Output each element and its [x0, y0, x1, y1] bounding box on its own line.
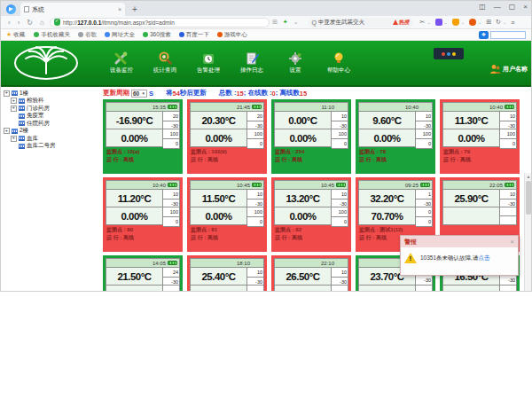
window-controls: [479, 3, 528, 11]
hum-min-limit: 0: [332, 138, 348, 149]
back-button[interactable]: ‹: [8, 19, 11, 27]
maximize-button[interactable]: [509, 3, 516, 11]
nav-settings[interactable]: 设置: [278, 51, 313, 74]
tree-node-immunology[interactable]: 免疫室: [4, 113, 100, 121]
menu-icon[interactable]: ≡: [511, 20, 514, 26]
history-undo-icon[interactable]: ↻: [496, 19, 501, 26]
bookmark-item[interactable]: 手机收藏夹: [34, 31, 70, 39]
expand-icon[interactable]: [11, 98, 17, 104]
gamepad-icon: [217, 32, 223, 37]
tree-node-floor2[interactable]: 2楼: [4, 128, 100, 136]
nav-help-center[interactable]: 帮助中心: [321, 51, 356, 74]
quick-launch[interactable]: ❖: [479, 31, 526, 39]
monitor-card[interactable]: 10:40 9.60°C 10 -30 0.00% 100 0 监测点 : 78…: [356, 99, 435, 174]
mini-search-input[interactable]: [490, 31, 526, 39]
tree-node-outpatient-pharmacy[interactable]: 门诊药房: [4, 105, 100, 113]
nav-alarm-handling[interactable]: 告警处理: [191, 51, 226, 74]
bulb-icon: [331, 51, 347, 66]
browser-logo-icon[interactable]: [6, 4, 16, 14]
security-shield-icon[interactable]: [452, 19, 459, 26]
user-menu[interactable]: 用户名称: [489, 64, 528, 74]
bookmark-item[interactable]: 百度一下: [179, 31, 209, 39]
document-pencil-icon: [244, 51, 260, 66]
monitor-card[interactable]: 18:10 25.40°C 10 -30: [187, 255, 267, 292]
tree-node-blood-bank-2[interactable]: 血库二号房: [4, 143, 100, 151]
battery-icon: [168, 183, 177, 187]
doc-icon: [78, 32, 83, 37]
active-tab[interactable]: 系统 ×: [20, 3, 125, 16]
humidity-value: 0.00%: [106, 207, 163, 225]
bookmark-item[interactable]: 游戏中心: [217, 31, 247, 39]
tree-node-lab[interactable]: 检验科: [4, 98, 100, 106]
monitor-card[interactable]: 15:35 -16.90°C 20 -30 0.00% 100 0 监测点 : …: [103, 99, 183, 174]
tree-node-blood-bank[interactable]: 血库: [4, 135, 100, 143]
reader-icon[interactable]: ⊞: [272, 19, 278, 26]
expand-icon[interactable]: [11, 106, 17, 112]
status-widget[interactable]: [434, 48, 464, 59]
tree-node-floor1[interactable]: 1楼: [4, 90, 100, 98]
extension-icon[interactable]: [435, 19, 442, 26]
online-label: ; 在线数 :: [244, 89, 272, 98]
apps-grid-icon[interactable]: ⊞: [486, 19, 491, 26]
close-button[interactable]: [523, 3, 528, 11]
monitor-card[interactable]: 10:45 13.20°C 10 -30 0.00% 100 0 监测点 : 8…: [271, 177, 351, 252]
temperature-value: 25.90°C: [442, 189, 500, 207]
monitor-card[interactable]: 21:45 20.30°C 20 -30 0.00% 100 0 监测点 : 1…: [187, 99, 267, 174]
humidity-value: [442, 285, 500, 292]
page-scrollbar[interactable]: ▲ ▼: [524, 173, 531, 292]
speed-icon[interactable]: ✦: [283, 19, 288, 26]
monitor-card[interactable]: 11:10 0.00°C 10 -30 0.00% 100 0 监测点 : 25…: [271, 99, 351, 174]
forward-button[interactable]: ›: [18, 19, 20, 27]
card-point-label: 监测点 : 254: [275, 148, 348, 156]
bookmark-item[interactable]: 360搜索: [143, 31, 171, 39]
bookmark-item[interactable]: 网址大全: [105, 31, 135, 39]
battery-icon: [168, 105, 177, 109]
nav-operation-log[interactable]: 操作日志: [234, 51, 270, 74]
game-bear-icon[interactable]: [469, 19, 476, 26]
nav-device-monitor[interactable]: 设备监控: [104, 51, 139, 74]
url-input[interactable]: http://127.0.0.1/itmng/main.aspx?sid=adm…: [50, 18, 270, 27]
tree-node-inpatient-pharmacy[interactable]: 住院药房: [4, 120, 100, 128]
tab-close-icon[interactable]: ×: [118, 6, 121, 12]
mode-dropdown-icon[interactable]: ⌄: [293, 19, 299, 26]
screenshot-icon[interactable]: ✂: [420, 19, 426, 26]
bookmark-item[interactable]: 谷歌: [78, 31, 97, 39]
expand-icon[interactable]: [4, 128, 10, 134]
monitor-card[interactable]: 10:40 11.20°C 10 -30 0.00% 100 0 监测点 : 8…: [103, 177, 183, 252]
scroll-up-icon[interactable]: ▲: [525, 174, 532, 179]
battery-icon: [505, 105, 514, 109]
new-tab-button[interactable]: +: [132, 4, 137, 14]
star-icon: ★: [6, 31, 12, 38]
refresh-status-bar: 更新周期 60▼ S 将 54秒后更新 总数 : 15 ; 在线数 : 0 ; …: [103, 88, 531, 98]
humidity-value: [106, 285, 163, 292]
offline-count: 15: [300, 90, 307, 98]
monitor-card[interactable]: 10:45 11.50°C 10 -30 0.00% 100 0 监测点 : 8…: [187, 177, 267, 252]
folder-icon: [12, 129, 18, 134]
home-button[interactable]: ⌂: [40, 19, 44, 27]
scroll-thumb[interactable]: [526, 181, 531, 215]
minimize-button[interactable]: [494, 3, 501, 11]
temperature-value: 26.50°C: [274, 267, 332, 286]
card-footer: 监测点 : 254 运 行 : 离线: [274, 147, 348, 163]
hum-min-limit: 0: [500, 138, 517, 149]
company-logo-icon: [12, 44, 81, 82]
hum-max-limit: [500, 285, 517, 292]
search-input[interactable]: Q 中亚发生武装交火 热搜: [309, 18, 413, 27]
monitor-card[interactable]: 14:05 21.50°C 24 -30: [103, 255, 183, 292]
card-footer: 监测点 : 78 运 行 : 离线: [358, 147, 433, 163]
skin-button[interactable]: [479, 3, 486, 11]
cycle-select[interactable]: 60▼: [131, 90, 147, 98]
hum-min-limit: 0: [416, 216, 433, 227]
monitor-card[interactable]: 10:40 11.30°C 10 -30 0.00% 100 0 监测点 : 7…: [440, 99, 520, 174]
popup-close-icon[interactable]: ×: [510, 238, 514, 246]
expand-icon[interactable]: [4, 90, 10, 97]
alarm-popup-body: 10351条未确认故障,请点击: [401, 247, 518, 269]
bookmark-favorites[interactable]: ★收藏⌄: [6, 31, 26, 39]
expand-icon[interactable]: [11, 136, 17, 142]
alarm-action-link[interactable]: 点击: [478, 254, 489, 261]
monitor-card[interactable]: 22:10 26.50°C 10 -30: [271, 255, 351, 292]
folder-icon: [19, 106, 25, 111]
refresh-button[interactable]: ↻: [27, 19, 33, 27]
battery-icon: [420, 183, 430, 187]
nav-statistics[interactable]: 统计查询: [147, 51, 183, 74]
